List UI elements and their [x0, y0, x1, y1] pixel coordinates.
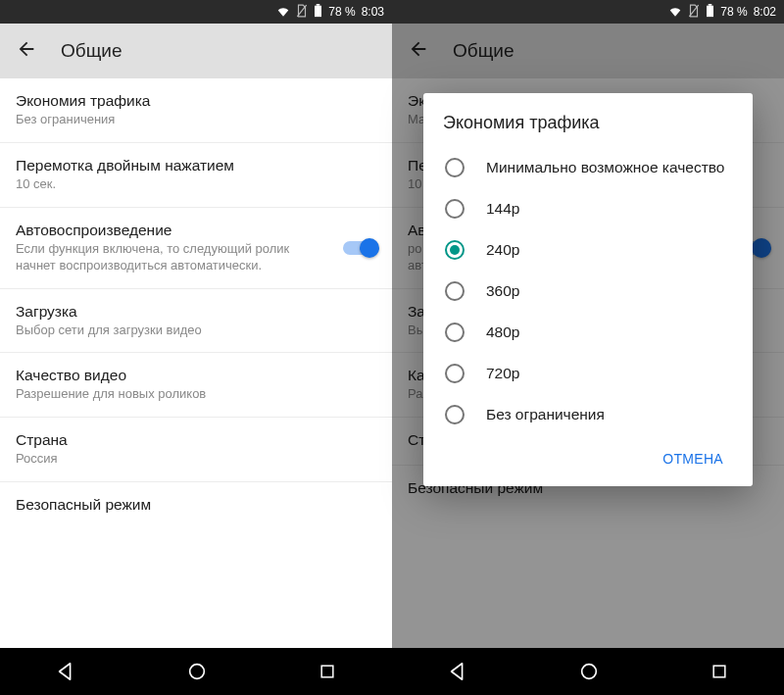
svg-rect-4	[321, 666, 333, 677]
nav-back-icon[interactable]	[447, 661, 468, 682]
option-min-quality[interactable]: Минимально возможное качество	[443, 147, 733, 188]
option-144p[interactable]: 144p	[443, 188, 733, 229]
row-traffic-saving[interactable]: Экономия трафика Без ограничения	[0, 78, 392, 143]
dialog-title: Экономия трафика	[443, 113, 733, 133]
clock: 8:02	[754, 5, 776, 19]
row-video-quality[interactable]: Качество видео Разрешение для новых роли…	[0, 353, 392, 418]
nav-home-icon[interactable]	[578, 661, 600, 682]
row-subtitle: Разрешение для новых роликов	[16, 386, 376, 403]
sim-off-icon	[688, 4, 700, 21]
row-title: Качество видео	[16, 367, 376, 384]
android-navbar	[0, 648, 392, 695]
wifi-icon	[668, 5, 682, 20]
phone-left: 78 % 8:03 Общие Экономия трафика Без огр…	[0, 0, 392, 695]
android-navbar	[392, 648, 784, 695]
row-double-tap-seek[interactable]: Перемотка двойным нажатием 10 сек.	[0, 143, 392, 208]
row-download[interactable]: Загрузка Выбор сети для загрузки видео	[0, 289, 392, 354]
svg-rect-9	[713, 666, 725, 677]
svg-rect-6	[707, 5, 713, 16]
row-subtitle: 10 сек.	[16, 176, 376, 193]
row-title: Безопасный режим	[16, 496, 376, 514]
row-country[interactable]: Страна Россия	[0, 418, 392, 482]
page-title: Общие	[61, 40, 122, 62]
nav-home-icon[interactable]	[186, 661, 208, 682]
battery-icon	[314, 4, 322, 21]
row-title: Перемотка двойным нажатием	[16, 157, 376, 174]
settings-list: Экономия трафика Без ограничения Перемот…	[0, 78, 392, 648]
row-title: Автовоспроизведение	[16, 222, 331, 239]
option-480p[interactable]: 480p	[443, 312, 733, 353]
row-title: Страна	[16, 431, 376, 449]
row-safe-mode[interactable]: Безопасный режим	[0, 482, 392, 527]
svg-rect-7	[709, 4, 712, 6]
option-240p[interactable]: 240p	[443, 229, 733, 271]
appbar: Общие	[0, 24, 392, 78]
radio-icon	[445, 405, 465, 424]
battery-percent: 78 %	[328, 5, 355, 19]
radio-icon	[445, 158, 465, 177]
radio-icon	[445, 323, 465, 342]
option-360p[interactable]: 360p	[443, 271, 733, 312]
sim-off-icon	[296, 4, 308, 21]
row-title: Загрузка	[16, 303, 376, 321]
nav-recent-icon[interactable]	[710, 662, 729, 681]
traffic-saving-dialog: Экономия трафика Минимально возможное ка…	[423, 93, 753, 486]
svg-point-3	[190, 665, 205, 679]
radio-icon	[445, 281, 465, 301]
cancel-button[interactable]: ОТМЕНА	[653, 443, 733, 474]
statusbar: 78 % 8:03	[0, 0, 392, 24]
row-subtitle: Выбор сети для загрузки видео	[16, 323, 376, 339]
phone-right: 78 % 8:02 Общие ЭкМа Пе10 Авро авт ЗаВы …	[392, 0, 784, 695]
back-icon[interactable]	[16, 38, 37, 64]
radio-icon	[445, 364, 465, 383]
row-autoplay[interactable]: Автовоспроизведение Если функция включен…	[0, 208, 392, 289]
radio-icon	[445, 199, 465, 219]
option-unlimited[interactable]: Без ограничения	[443, 394, 733, 435]
nav-recent-icon[interactable]	[318, 662, 337, 681]
svg-point-8	[582, 665, 597, 679]
clock: 8:03	[362, 5, 384, 19]
battery-percent: 78 %	[720, 5, 747, 19]
row-subtitle: Без ограничения	[16, 112, 376, 128]
nav-back-icon[interactable]	[55, 661, 76, 682]
radio-icon	[445, 240, 465, 260]
row-title: Экономия трафика	[16, 92, 376, 110]
autoplay-switch[interactable]	[343, 241, 376, 255]
svg-rect-1	[315, 5, 321, 16]
svg-rect-2	[317, 4, 320, 6]
statusbar: 78 % 8:02	[392, 0, 784, 24]
battery-icon	[706, 4, 714, 21]
row-subtitle: Россия	[16, 451, 376, 468]
wifi-icon	[276, 5, 290, 20]
row-subtitle: Если функция включена, то следующий роли…	[16, 241, 331, 274]
option-720p[interactable]: 720p	[443, 353, 733, 394]
